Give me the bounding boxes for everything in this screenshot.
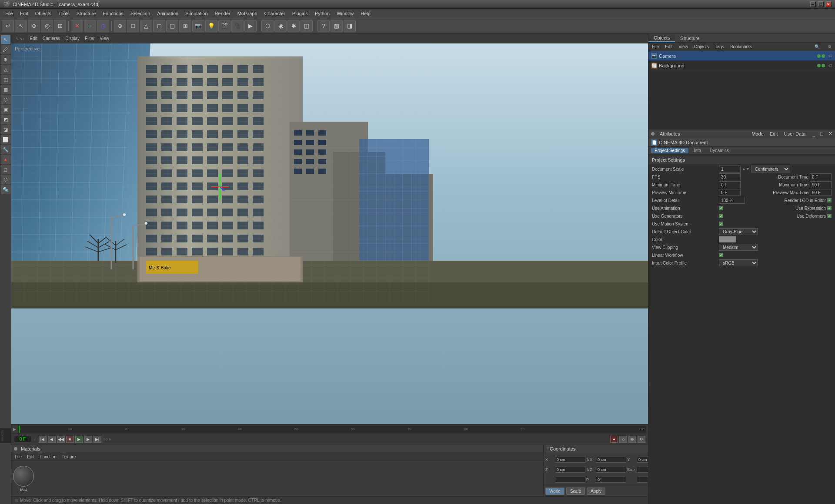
- sidebar-wrench-btn[interactable]: 🔧: [1, 145, 10, 154]
- menu-help[interactable]: Help: [357, 10, 374, 17]
- linear-checkbox[interactable]: [719, 253, 723, 257]
- toolbar-cursor[interactable]: ↖: [15, 20, 27, 32]
- toolbar-light[interactable]: 💡: [205, 20, 217, 32]
- world-button[interactable]: World: [545, 487, 564, 495]
- sidebar-paint-btn[interactable]: ◩: [1, 115, 10, 124]
- objects-menu-view[interactable]: View: [677, 44, 690, 50]
- viewport-menu-view[interactable]: View: [98, 36, 111, 41]
- toolbar-connect[interactable]: ◫: [301, 20, 313, 32]
- menu-edit[interactable]: Edit: [17, 10, 32, 17]
- menu-window[interactable]: Window: [333, 10, 357, 17]
- toolbar-undo[interactable]: ↩: [2, 20, 14, 32]
- toolbar-null[interactable]: ⊕: [114, 20, 126, 32]
- attr-maximize-icon[interactable]: □: [820, 131, 823, 136]
- coord-size-y[interactable]: [555, 477, 585, 483]
- objects-menu-edit[interactable]: Edit: [663, 44, 674, 50]
- menu-python[interactable]: Python: [311, 10, 333, 17]
- menu-render[interactable]: Render: [211, 10, 234, 17]
- attr-close-icon[interactable]: ✕: [828, 131, 832, 136]
- toolbar-options[interactable]: ◨: [344, 20, 356, 32]
- viewport-menu-edit[interactable]: Edit: [28, 36, 39, 41]
- bg-dot-2[interactable]: [822, 64, 825, 67]
- go-start-button[interactable]: |◀: [39, 436, 47, 443]
- viewport[interactable]: Miz & Bake: [11, 43, 648, 424]
- toolbar-subdiv[interactable]: ⬡: [261, 20, 274, 32]
- objects-menu-objects[interactable]: Objects: [692, 44, 711, 50]
- toolbar-nurbs[interactable]: ▢: [166, 20, 178, 32]
- toolbar-camera[interactable]: 📷: [192, 20, 204, 32]
- sidebar-mode-btn[interactable]: ↖: [1, 35, 10, 44]
- coord-hz-input[interactable]: [596, 467, 626, 473]
- maximize-button[interactable]: □: [818, 1, 824, 7]
- attr-menu-edit[interactable]: Edit: [770, 131, 778, 136]
- attr-menu-userdata[interactable]: User Data: [784, 131, 806, 136]
- renderlod-checkbox[interactable]: [827, 198, 832, 202]
- motion-checkbox[interactable]: [719, 222, 723, 226]
- toolbar-render2[interactable]: 🎥: [231, 20, 244, 32]
- clipping-select[interactable]: Medium Small Large: [719, 244, 758, 251]
- menu-selection[interactable]: Selection: [127, 10, 154, 17]
- play-reverse-button[interactable]: ◀◀: [57, 436, 65, 443]
- sidebar-magnet-btn[interactable]: 🔩: [1, 185, 10, 194]
- autokey-button[interactable]: ⊕: [628, 436, 636, 443]
- toolbar-cube[interactable]: △: [140, 20, 152, 32]
- deformers-checkbox[interactable]: [827, 214, 832, 218]
- coord-hx-input[interactable]: [596, 457, 626, 463]
- toolbar-spline[interactable]: ◻: [153, 20, 165, 32]
- menu-plugins[interactable]: Plugins: [289, 10, 311, 17]
- toolbar-boole[interactable]: ✱: [287, 20, 300, 32]
- menu-structure[interactable]: Structure: [73, 10, 100, 17]
- sidebar-snap-btn[interactable]: ⬡: [1, 175, 10, 184]
- record-button[interactable]: ●: [610, 436, 618, 443]
- menu-mograph[interactable]: MoGraph: [234, 10, 261, 17]
- toolbar-sym[interactable]: ◉: [274, 20, 287, 32]
- current-frame-display[interactable]: 0 F: [14, 436, 31, 442]
- scale-button[interactable]: Scale: [566, 487, 585, 495]
- expression-checkbox[interactable]: [827, 206, 832, 210]
- sidebar-knife-btn[interactable]: 🔺: [1, 155, 10, 164]
- keyframe-button[interactable]: ◇: [619, 436, 627, 443]
- toolbar-question[interactable]: ?: [317, 20, 330, 32]
- maxtime-input[interactable]: [810, 181, 832, 188]
- prevmax-input[interactable]: [810, 189, 832, 196]
- minimize-button[interactable]: ─: [810, 1, 816, 7]
- toolbar-rotate[interactable]: ◎: [41, 20, 53, 32]
- toolbar-rqueue[interactable]: ▧: [331, 20, 343, 32]
- sidebar-poly-btn[interactable]: ⬡: [1, 95, 10, 104]
- sidebar-mesh-btn[interactable]: ▦: [1, 85, 10, 94]
- attr-menu-mode[interactable]: Mode: [752, 131, 764, 136]
- viewport-menu-filter[interactable]: Filter: [83, 36, 96, 41]
- toolbar-polygon[interactable]: □: [127, 20, 139, 32]
- sidebar-loop-btn[interactable]: ◻: [1, 165, 10, 174]
- materials-menu-edit[interactable]: Edit: [25, 454, 36, 460]
- apply-button[interactable]: Apply: [587, 487, 605, 495]
- go-end-button[interactable]: ▶|: [94, 436, 101, 443]
- loop-button[interactable]: ↻: [638, 436, 645, 443]
- tab-structure[interactable]: Structure: [675, 35, 705, 42]
- toolbar-render3[interactable]: ▶: [244, 20, 257, 32]
- materials-menu-file[interactable]: File: [13, 454, 23, 460]
- viewport-menu-display[interactable]: Display: [63, 36, 81, 41]
- sidebar-edit-btn[interactable]: 🖊: [1, 45, 10, 54]
- camera-dot-2[interactable]: [822, 54, 825, 58]
- subtab-dynamics[interactable]: Dynamics: [706, 148, 732, 153]
- sidebar-add-btn[interactable]: ⊕: [1, 55, 10, 64]
- material-item-mat[interactable]: Mat: [13, 466, 34, 492]
- coord-x-input[interactable]: [555, 457, 585, 463]
- materials-menu-texture[interactable]: Texture: [60, 454, 78, 460]
- menu-character[interactable]: Character: [261, 10, 289, 17]
- objcolor-select[interactable]: Gray-Blue Red Green: [719, 228, 758, 235]
- menu-animation[interactable]: Animation: [154, 10, 182, 17]
- toolbar-deformer[interactable]: ⊞: [179, 20, 191, 32]
- coord-z-input[interactable]: [555, 467, 585, 473]
- toolbar-y-axis[interactable]: ○: [84, 20, 96, 32]
- sidebar-sculpt-btn[interactable]: ◪: [1, 125, 10, 134]
- objects-menu-bookmarks[interactable]: Bookmarks: [728, 44, 754, 50]
- object-row-camera[interactable]: 📷 Camera 🏷: [648, 51, 835, 61]
- coord-p-input[interactable]: [596, 477, 626, 483]
- colorprofile-select[interactable]: sRGB Linear Adobe RGB: [719, 259, 758, 266]
- tab-objects[interactable]: Objects: [648, 34, 675, 42]
- timeline-ruler[interactable]: 0 10 20 30 40 50 60 70 80 90 0 F: [18, 426, 646, 433]
- menu-functions[interactable]: Functions: [99, 10, 127, 17]
- fps-input[interactable]: [719, 173, 741, 180]
